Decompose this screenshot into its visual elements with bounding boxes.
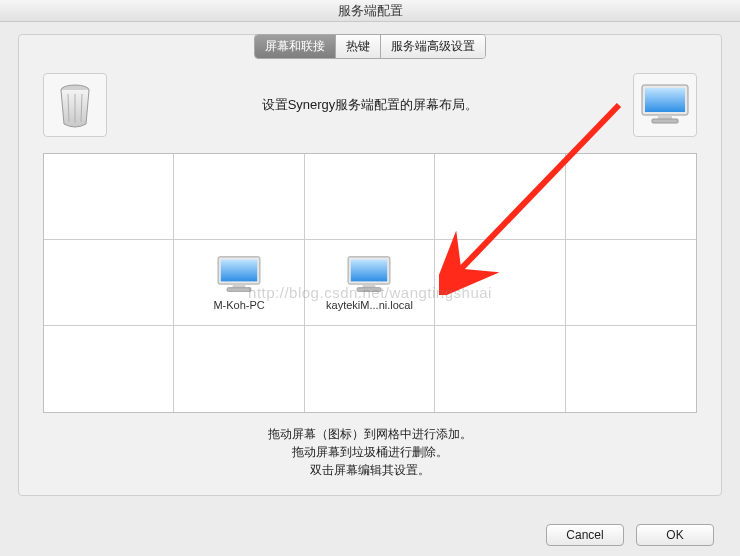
svg-rect-10 bbox=[233, 284, 246, 288]
screen-label: kaytekiM...ni.local bbox=[322, 299, 417, 311]
grid-cell[interactable] bbox=[305, 154, 435, 240]
window-titlebar: 服务端配置 bbox=[0, 0, 740, 22]
grid-cell[interactable] bbox=[566, 154, 696, 240]
svg-rect-6 bbox=[658, 115, 672, 119]
grid-cell[interactable] bbox=[174, 326, 304, 412]
grid-cell[interactable] bbox=[174, 154, 304, 240]
grid-screen[interactable]: kaytekiM...ni.local bbox=[305, 240, 435, 326]
svg-rect-13 bbox=[351, 259, 387, 281]
grid-cell[interactable] bbox=[566, 326, 696, 412]
window-title: 服务端配置 bbox=[338, 3, 403, 18]
hint-line-1: 拖动屏幕（图标）到网格中进行添加。 bbox=[19, 425, 721, 443]
tab-server-advanced[interactable]: 服务端高级设置 bbox=[381, 35, 485, 58]
tab-hotkeys[interactable]: 热键 bbox=[336, 35, 381, 58]
monitor-icon bbox=[640, 83, 690, 127]
new-screen-well[interactable] bbox=[633, 73, 697, 137]
monitor-icon bbox=[215, 255, 263, 297]
screen-grid[interactable]: M-Koh-PC kaytekiM...ni.local bbox=[43, 153, 697, 413]
tab-screens-and-links[interactable]: 屏幕和联接 bbox=[255, 35, 336, 58]
grid-cell[interactable] bbox=[435, 240, 565, 326]
screen-label: M-Koh-PC bbox=[209, 299, 268, 311]
hint-text: 拖动屏幕（图标）到网格中进行添加。 拖动屏幕到垃圾桶进行删除。 双击屏幕编辑其设… bbox=[19, 425, 721, 479]
svg-rect-5 bbox=[645, 88, 685, 112]
grid-cell[interactable] bbox=[305, 326, 435, 412]
svg-rect-7 bbox=[652, 119, 678, 123]
svg-rect-11 bbox=[227, 287, 251, 291]
monitor-icon bbox=[345, 255, 393, 297]
grid-cell[interactable] bbox=[44, 240, 174, 326]
cancel-button[interactable]: Cancel bbox=[546, 524, 624, 546]
dialog-footer: Cancel OK bbox=[546, 524, 714, 546]
grid-cell[interactable] bbox=[435, 154, 565, 240]
ok-button[interactable]: OK bbox=[636, 524, 714, 546]
tabstrip: 屏幕和联接 热键 服务端高级设置 bbox=[19, 34, 721, 59]
svg-rect-14 bbox=[363, 284, 376, 288]
svg-rect-9 bbox=[221, 259, 257, 281]
trash-icon bbox=[55, 82, 95, 128]
hint-line-3: 双击屏幕编辑其设置。 bbox=[19, 461, 721, 479]
grid-cell[interactable] bbox=[566, 240, 696, 326]
hint-line-2: 拖动屏幕到垃圾桶进行删除。 bbox=[19, 443, 721, 461]
grid-cell[interactable] bbox=[435, 326, 565, 412]
grid-cell[interactable] bbox=[44, 326, 174, 412]
grid-cell[interactable] bbox=[44, 154, 174, 240]
trash-well[interactable] bbox=[43, 73, 107, 137]
layout-instruction: 设置Synergy服务端配置的屏幕布局。 bbox=[107, 96, 633, 114]
grid-screen[interactable]: M-Koh-PC bbox=[174, 240, 304, 326]
main-panel: 屏幕和联接 热键 服务端高级设置 bbox=[18, 34, 722, 496]
svg-rect-15 bbox=[358, 287, 382, 291]
